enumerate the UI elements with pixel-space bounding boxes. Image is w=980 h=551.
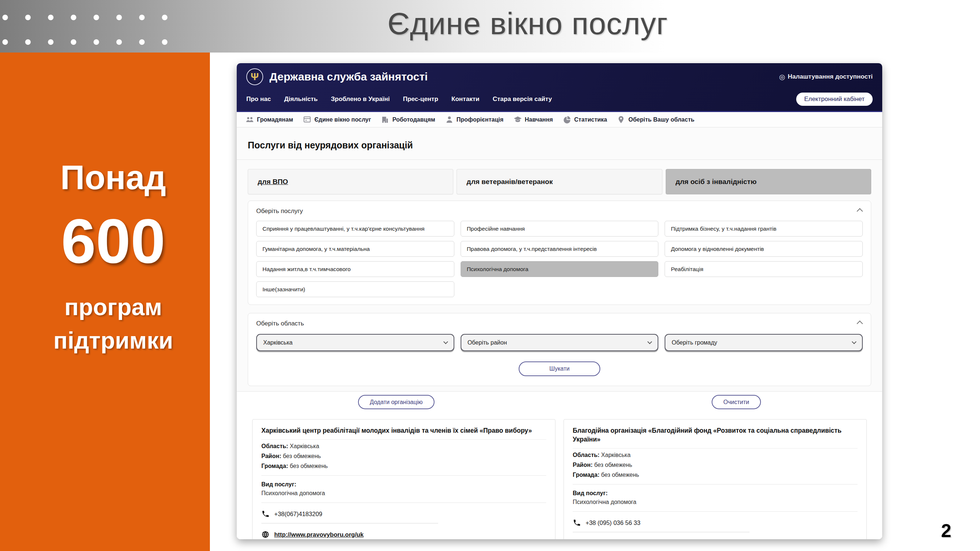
menu-item-contacts[interactable]: Контакти xyxy=(452,95,479,103)
site-content: Послуги від неурядових організацій для В… xyxy=(237,127,882,539)
service-option-psychological-help[interactable]: Психологічна допомога xyxy=(461,261,659,277)
nav-item-career-guidance[interactable]: Профорієнтація xyxy=(445,115,504,124)
nav-label: Громадянам xyxy=(257,116,293,123)
services-label: Вид послуг: xyxy=(573,490,858,497)
sidebar-text-programs: програм підтримки xyxy=(0,291,210,357)
service-option-document-recovery[interactable]: Допомога у відновленні документів xyxy=(665,241,863,257)
phone-row: +38(067)4183209 xyxy=(261,510,546,518)
icon-nav: Громадянам Єдине вікно послуг Роботодавц… xyxy=(237,112,882,127)
nav-label: Оберіть Вашу область xyxy=(628,116,694,123)
graduation-cap-icon xyxy=(514,115,522,124)
slide: Єдине вікно послуг Понад 600 програм під… xyxy=(0,0,980,551)
divider xyxy=(261,475,546,476)
nav-item-choose-region[interactable]: Оберіть Вашу область xyxy=(617,115,694,124)
clear-button[interactable]: Очистити xyxy=(712,395,761,409)
location-pin-icon xyxy=(617,115,625,124)
add-organization-button[interactable]: Додати організацію xyxy=(358,395,434,409)
community-select[interactable]: Оберіть громаду xyxy=(665,334,863,351)
services-value: Психологічна допомога xyxy=(261,490,546,497)
service-option-humanitarian-aid[interactable]: Гуманітарна допомога, у т.ч.матеріальна xyxy=(256,241,454,257)
organization-community: Громада: без обмежень xyxy=(261,463,546,470)
region-dropdowns: Харківська Оберіть район Оберіть громаду xyxy=(256,334,863,351)
district-select[interactable]: Оберіть район xyxy=(461,334,659,351)
organization-region: Область: Харківська xyxy=(573,452,858,459)
menu-item-made-in-ukraine[interactable]: Зроблено в Україні xyxy=(331,95,390,103)
nav-item-statistics[interactable]: Статистика xyxy=(563,115,607,124)
phone-icon xyxy=(261,510,269,518)
organization-title: Благодійна організація «Благодійний фонд… xyxy=(573,426,858,448)
nav-label: Роботодавцям xyxy=(392,116,435,123)
website-link[interactable]: http://www.pravovyboru.org/uk xyxy=(274,531,364,538)
accessibility-settings-link[interactable]: ◎ Налаштування доступності xyxy=(779,73,873,81)
menu-item-old-site[interactable]: Стара версія сайту xyxy=(493,95,552,103)
page-number: 2 xyxy=(931,520,961,541)
nav-label: Єдине вікно послуг xyxy=(314,116,371,123)
sidebar-text-ponad: Понад xyxy=(0,158,210,197)
tab-veterans[interactable]: для ветеранів/ветеранок xyxy=(457,169,662,194)
services-label: Вид послуг: xyxy=(261,481,546,488)
menu-item-activity[interactable]: Діяльність xyxy=(284,95,318,103)
phone-number[interactable]: +38(067)4183209 xyxy=(274,511,322,518)
organization-community: Громада: без обмежень xyxy=(573,472,858,478)
organization-district: Район: без обмежень xyxy=(261,453,546,459)
service-option-legal-aid[interactable]: Правова допомога, у т.ч.представлення ін… xyxy=(461,241,659,257)
divider xyxy=(573,532,749,532)
person-icon xyxy=(445,115,453,124)
globe-icon xyxy=(261,530,269,538)
service-section: Оберіть послугу Сприяння у працевлаштува… xyxy=(248,200,871,305)
service-option-housing[interactable]: Надання житла,в т.ч.тимчасового xyxy=(256,261,454,277)
service-option-business-support[interactable]: Підтримка бізнесу, у т.ч.надання грантів xyxy=(665,221,863,237)
tab-disability[interactable]: для осіб з інвалідністю xyxy=(666,169,871,194)
service-option-rehabilitation[interactable]: Реабілітація xyxy=(665,261,863,277)
service-option-employment[interactable]: Сприяння у працевлаштуванні, у т.ч.кар'є… xyxy=(256,221,454,237)
menu-item-about[interactable]: Про нас xyxy=(246,95,271,103)
region-section-label: Оберіть область xyxy=(256,320,863,327)
divider xyxy=(573,484,858,484)
service-options-grid: Сприяння у працевлаштуванні, у т.ч.кар'є… xyxy=(256,221,863,297)
service-option-other[interactable]: Інше(зазначити) xyxy=(256,281,454,297)
pie-chart-icon xyxy=(563,115,571,124)
service-option-vocational-training[interactable]: Професійне навчання xyxy=(461,221,659,237)
accessibility-label: Налаштування доступності xyxy=(788,73,873,81)
phone-row: +38 (095) 036 56 33 xyxy=(573,519,858,527)
sidebar-number-600: 600 xyxy=(0,205,210,277)
organization-card: Харківський центр реабілітації молодих і… xyxy=(252,419,555,539)
employment-service-logo-icon[interactable]: Ψ xyxy=(246,68,263,85)
nav-item-citizens[interactable]: Громадянам xyxy=(245,115,293,124)
website-screenshot-panel: Ψ Державна служба зайнятості ◎ Налаштува… xyxy=(237,63,882,539)
divider xyxy=(261,523,438,524)
divider xyxy=(573,511,858,512)
page-title: Послуги від неурядових організацій xyxy=(248,127,871,151)
phone-icon xyxy=(573,519,581,527)
services-value: Психологічна допомога xyxy=(573,499,858,505)
building-icon xyxy=(381,115,389,124)
window-icon xyxy=(303,115,311,124)
divider xyxy=(237,159,882,160)
menu-item-press-center[interactable]: Прес-центр xyxy=(403,95,438,103)
slide-title: Єдине вікно послуг xyxy=(0,6,980,41)
ecabinet-button[interactable]: Електронний кабінет xyxy=(796,92,873,106)
results-area: Додати організацію Очистити Харківський … xyxy=(237,391,882,539)
nav-item-employers[interactable]: Роботодавцям xyxy=(381,115,435,124)
organization-card: Благодійна організація «Благодійний фонд… xyxy=(563,419,867,539)
chevron-down-icon xyxy=(443,340,448,344)
search-button[interactable]: Шукати xyxy=(519,362,600,376)
organization-title: Харківський центр реабілітації молодих і… xyxy=(261,426,546,440)
site-header: Ψ Державна служба зайнятості ◎ Налаштува… xyxy=(237,63,882,112)
nav-label: Профорієнтація xyxy=(457,116,504,123)
nav-item-training[interactable]: Навчання xyxy=(514,115,553,124)
audience-tabs: для ВПО для ветеранів/ветеранок для осіб… xyxy=(248,169,871,194)
nav-label: Навчання xyxy=(525,116,553,123)
organization-region: Область: Харківська xyxy=(261,443,546,449)
organization-cards: Харківський центр реабілітації молодих і… xyxy=(248,419,871,539)
tab-vpo[interactable]: для ВПО xyxy=(248,169,453,194)
nav-item-single-window[interactable]: Єдине вікно послуг xyxy=(303,115,371,124)
organization-district: Район: без обмежень xyxy=(573,462,858,468)
nav-label: Статистика xyxy=(574,116,607,123)
chevron-down-icon xyxy=(852,340,856,344)
region-select[interactable]: Харківська xyxy=(256,334,454,351)
sidebar: Понад 600 програм підтримки xyxy=(0,52,210,551)
phone-number[interactable]: +38 (095) 036 56 33 xyxy=(585,519,640,526)
region-section: Оберіть область Харківська Оберіть район… xyxy=(248,313,871,386)
brand-name[interactable]: Державна служба зайнятості xyxy=(269,70,428,83)
